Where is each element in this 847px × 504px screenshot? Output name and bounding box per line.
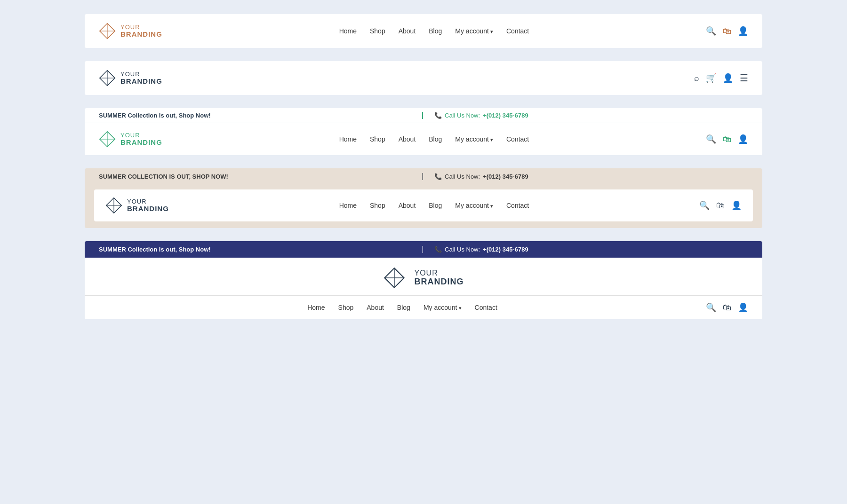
nav-icons-v4: 🔍 🛍 👤 — [699, 200, 742, 211]
user-icon[interactable]: 👤 — [731, 200, 742, 211]
logo-v5[interactable]: YOUR BRANDING — [384, 267, 464, 289]
nav-home-v5[interactable]: Home — [307, 304, 325, 311]
nav-about-v1[interactable]: About — [399, 27, 416, 35]
nav-about-v4[interactable]: About — [399, 202, 416, 209]
phone-icon: 📞 — [434, 246, 442, 253]
nav-contact-v3[interactable]: Contact — [506, 135, 529, 143]
navbar-variant-2: YOUR BRANDING ⌕ 🛒 👤 ☰ — [85, 61, 762, 95]
navbar-variant-5: SUMMER Collection is out, Shop Now! 📞 Ca… — [85, 241, 762, 319]
nav-home-v4[interactable]: Home — [339, 202, 357, 209]
cart-icon[interactable]: 🛍 — [723, 26, 731, 36]
nav-home-v1[interactable]: Home — [339, 27, 357, 35]
inner-nav-card-v4: YOUR BRANDING Home Shop About Blog My ac… — [94, 189, 753, 221]
menu-icon[interactable]: ☰ — [740, 72, 748, 84]
cart-icon[interactable]: 🛒 — [706, 73, 716, 83]
phone-text-v3: 📞 Call Us Now: +(012) 345-6789 — [423, 112, 748, 119]
nav-links-v5: Home Shop About Blog My account Contact — [99, 303, 706, 312]
user-icon[interactable]: 👤 — [723, 73, 733, 83]
search-icon[interactable]: 🔍 — [699, 200, 710, 211]
user-icon[interactable]: 👤 — [738, 26, 748, 36]
nav-blog-v5[interactable]: Blog — [397, 304, 410, 311]
user-icon[interactable]: 👤 — [738, 134, 748, 144]
nav-shop-v4[interactable]: Shop — [370, 202, 385, 209]
phone-text-v4: 📞 Call Us Now: +(012) 345-6789 — [423, 173, 748, 180]
nav-links-v1: Home Shop About Blog My account Contact — [339, 27, 529, 35]
nav-myaccount-v3[interactable]: My account — [455, 135, 493, 143]
nav-links-v4: Home Shop About Blog My account Contact — [339, 201, 529, 210]
announce-bar-v5: SUMMER Collection is out, Shop Now! 📞 Ca… — [85, 241, 762, 258]
cart-icon[interactable]: 🛍 — [723, 303, 731, 313]
cart-icon[interactable]: 🛍 — [723, 134, 731, 144]
nav-icons-v3: 🔍 🛍 👤 — [706, 134, 748, 144]
nav-about-v5[interactable]: About — [367, 304, 384, 311]
nav-shop-v5[interactable]: Shop — [338, 304, 354, 311]
user-icon[interactable]: 👤 — [738, 302, 748, 313]
navbar-variant-1: YOUR BRANDING Home Shop About Blog My ac… — [85, 14, 762, 48]
logo-v1[interactable]: YOUR BRANDING — [99, 23, 162, 39]
nav-blog-v3[interactable]: Blog — [429, 135, 442, 143]
phone-text-v5: 📞 Call Us Now: +(012) 345-6789 — [423, 246, 748, 253]
nav-icons-v5: 🔍 🛍 👤 — [706, 302, 748, 313]
logo-v3[interactable]: YOUR BRANDING — [99, 131, 162, 148]
nav-myaccount-v1[interactable]: My account — [455, 27, 493, 35]
nav-icons-v1: 🔍 🛍 👤 — [706, 26, 748, 36]
announce-bar-v4: SUMMER COLLECTION IS OUT, SHOP NOW! 📞 Ca… — [85, 168, 762, 185]
phone-icon: 📞 — [434, 173, 442, 180]
navbar-variant-4: SUMMER COLLECTION IS OUT, SHOP NOW! 📞 Ca… — [85, 168, 762, 228]
phone-icon: 📞 — [434, 112, 442, 119]
nav-contact-v5[interactable]: Contact — [475, 304, 497, 311]
nav-myaccount-v5[interactable]: My account — [424, 304, 462, 311]
search-icon[interactable]: 🔍 — [706, 302, 716, 313]
navbar-variant-3: SUMMER Collection is out, Shop Now! 📞 Ca… — [85, 108, 762, 155]
nav-contact-v4[interactable]: Contact — [506, 202, 529, 209]
announce-bar-v3: SUMMER Collection is out, Shop Now! 📞 Ca… — [85, 108, 762, 123]
logo-v2[interactable]: YOUR BRANDING — [99, 70, 162, 87]
nav-contact-v1[interactable]: Contact — [506, 27, 529, 35]
nav-home-v3[interactable]: Home — [339, 135, 357, 143]
nav-links-v3: Home Shop About Blog My account Contact — [339, 135, 529, 143]
logo-v4[interactable]: YOUR BRANDING — [105, 197, 169, 214]
nav-myaccount-v4[interactable]: My account — [455, 202, 493, 209]
nav-blog-v1[interactable]: Blog — [429, 27, 442, 35]
nav-icons-v2: ⌕ 🛒 👤 ☰ — [694, 72, 748, 84]
nav-about-v3[interactable]: About — [399, 135, 416, 143]
search-icon[interactable]: 🔍 — [706, 26, 716, 36]
search-icon[interactable]: 🔍 — [706, 134, 716, 144]
promo-text-v5: SUMMER Collection is out, Shop Now! — [99, 246, 423, 253]
logo-row-v5: YOUR BRANDING — [85, 258, 762, 296]
cart-icon[interactable]: 🛍 — [716, 201, 725, 211]
promo-text-v3: SUMMER Collection is out, Shop Now! — [99, 112, 423, 119]
nav-blog-v4[interactable]: Blog — [429, 202, 442, 209]
search-icon[interactable]: ⌕ — [694, 73, 699, 83]
nav-shop-v1[interactable]: Shop — [370, 27, 385, 35]
nav-shop-v3[interactable]: Shop — [370, 135, 385, 143]
promo-text-v4: SUMMER COLLECTION IS OUT, SHOP NOW! — [99, 173, 423, 180]
